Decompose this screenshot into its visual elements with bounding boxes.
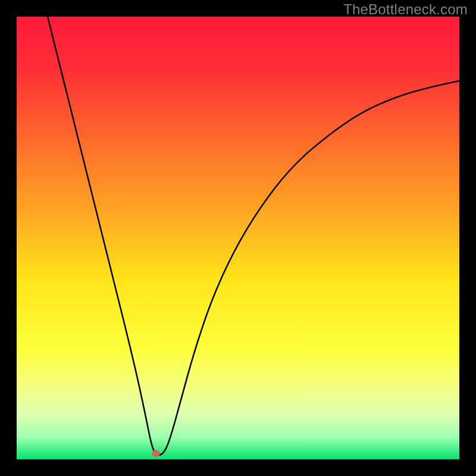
watermark-text: TheBottleneck.com [343,1,468,18]
chart-frame: TheBottleneck.com [0,0,476,476]
bottleneck-curve [17,17,459,459]
optimum-marker [152,450,160,457]
plot-area [17,17,459,459]
